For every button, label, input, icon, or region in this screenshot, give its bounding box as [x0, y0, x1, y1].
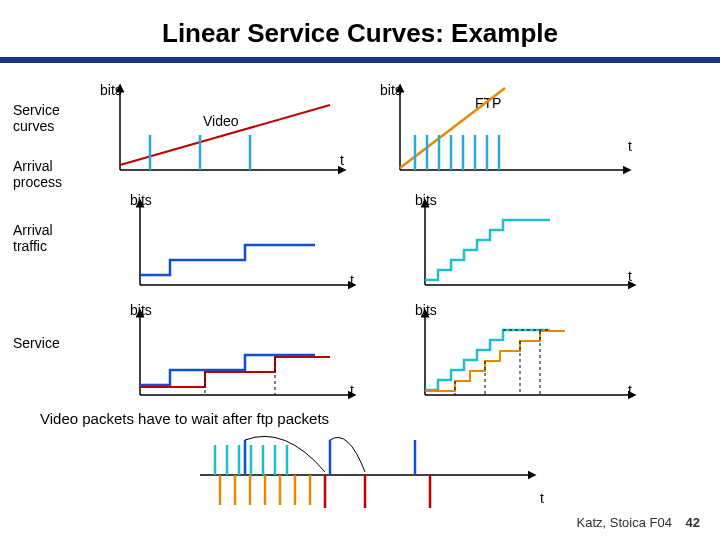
r3-row-label: Service [13, 335, 60, 351]
r1-arrival-process-label: Arrival process [13, 158, 62, 190]
r2-left-plot [115, 195, 365, 295]
footer: Katz, Stoica F04 42 [577, 515, 700, 530]
slide-title: Linear Service Curves: Example [0, 0, 720, 49]
title-underline [0, 57, 720, 63]
bottom-timeline [190, 420, 550, 520]
r2-row-label: Arrival traffic [13, 222, 53, 254]
footer-page: 42 [686, 515, 700, 530]
r1-left-plot [95, 80, 355, 180]
r2-right-plot [400, 195, 650, 295]
r1-row-label: Service curves [13, 102, 60, 134]
r1-right-plot [375, 80, 645, 180]
svg-line-2 [120, 105, 330, 165]
r3-right-plot [400, 305, 650, 405]
footer-credit: Katz, Stoica F04 [577, 515, 672, 530]
r3-left-plot [115, 305, 365, 405]
